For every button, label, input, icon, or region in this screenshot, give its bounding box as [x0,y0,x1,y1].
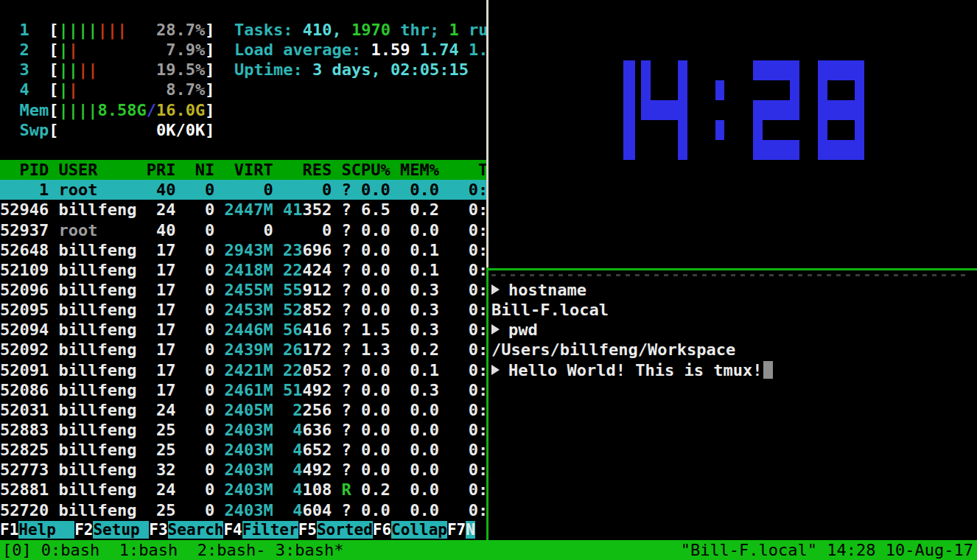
res-remainder: 172 [303,340,332,360]
column-header-virt[interactable]: VIRT [214,160,273,180]
process-row[interactable]: 1root40000?0.00.00: [0,180,489,200]
column-header-mem[interactable]: MEM% [391,160,439,180]
pane-border-vertical[interactable] [486,0,489,267]
table-cell: 0.1 [391,260,439,280]
meter-bar-green: || [58,60,78,79]
table-cell: 0.0 [391,420,439,440]
table-cell: billfeng [58,500,146,520]
info-segment: Uptime: [234,60,312,79]
prompt-arrow-icon [491,284,500,295]
fkey-item-f4[interactable]: F4Filter [223,520,298,540]
res-thousands: 4 [293,460,302,480]
table-cell: 0.0 [351,500,391,520]
res-remainder: 652 [303,440,332,460]
process-row[interactable]: 52086billfeng1702461M51492?0.00.30: [0,380,489,400]
process-row[interactable]: 52946billfeng2402447M41352?6.50.20: [0,200,489,220]
tmux-window-2:bash[interactable]: 2:bash- [197,541,266,559]
table-cell: 52094 [0,320,49,340]
pane-border-vertical-active[interactable] [486,267,489,540]
swap-value: 0K/0K [58,121,205,139]
table-cell: 0.0 [391,400,439,420]
column-header-pid[interactable]: PID [0,160,49,180]
fkey-number: F5 [298,521,317,539]
fkey-item-f6[interactable]: F6Collap [373,520,447,540]
table-cell: 25 [147,420,176,440]
table-cell: 0.0 [391,480,439,500]
shell-pane[interactable]: hostnameBill-F.localpwd/Users/billfeng/W… [491,280,974,380]
process-row[interactable]: 52648billfeng1702943M23696?0.00.10: [0,240,489,260]
table-cell: 0.2 [351,480,391,500]
column-header-pri[interactable]: PRI [147,160,176,180]
process-row[interactable]: 52031billfeng2402405M2256?0.00.00: [0,400,489,420]
tmux-window-0:bash[interactable]: 0:bash [41,541,110,559]
fkey-number: F4 [223,521,242,539]
table-cell: 24 [147,200,176,220]
table-cell: 0: [439,180,488,200]
process-row[interactable]: 52109billfeng1702418M22424?0.00.10: [0,260,489,280]
table-cell: ? [332,300,351,320]
column-header-cpu[interactable]: CPU% [351,160,391,180]
table-cell: 0: [439,300,488,320]
process-row[interactable]: 52091billfeng1702421M22052?0.00.10: [0,360,489,380]
tmux-window-1:bash[interactable]: 1:bash [119,541,188,559]
table-cell: 2403M [214,460,273,480]
info-segment: 1.74 [420,41,469,59]
table-cell: 52031 [0,400,49,420]
process-row[interactable]: 52881billfeng2402403M4108R0.20.00: [0,480,489,500]
column-header-s[interactable]: S [332,160,351,180]
column-header-ni[interactable]: NI [175,160,214,180]
table-cell: 0 [175,400,214,420]
meter-bracket: ] [205,101,214,119]
meter-label: 4 [0,80,49,99]
system-info: Tasks: 410, 1970 thr; 1 ruLoad average: … [234,20,488,80]
table-cell: 0.3 [391,300,439,320]
meter-bracket: [ [49,41,58,59]
column-header-t[interactable]: T [439,160,488,180]
fkey-item-f5[interactable]: F5Sorted [298,520,373,540]
clock-segment [678,80,687,100]
table-cell: 52852 [273,300,332,320]
res-thousands: 22 [283,360,303,380]
table-cell: 24 [147,480,176,500]
column-header-user[interactable]: USER [58,160,146,180]
table-cell: 52825 [0,440,49,460]
process-row[interactable]: 52825billfeng2502403M4652?0.00.00: [0,440,489,460]
table-cell: 0 [175,320,214,340]
meter-percent: 7.9% [78,41,205,59]
column-header-res[interactable]: RES [273,160,332,180]
fkey-item-f1[interactable]: F1Help [0,520,74,540]
function-key-bar: F1Help F2Setup F3SearchF4FilterF5SortedF… [0,520,489,540]
memory-slash: / [147,101,156,119]
fkey-item-f7[interactable]: F7N [447,520,475,540]
fkey-item-f3[interactable]: F3Search [149,520,223,540]
table-cell: 0: [439,420,488,440]
process-row[interactable]: 52096billfeng1702455M55912?0.00.30: [0,280,489,300]
fkey-item-f2[interactable]: F2Setup [74,520,149,540]
clock-segment [855,80,864,100]
table-cell: 0.3 [391,320,439,340]
process-row[interactable]: 52095billfeng1702453M52852?0.00.30: [0,300,489,320]
process-row[interactable]: 52720billfeng2502403M4604?0.00.00: [0,500,489,520]
process-row[interactable]: 52937root40000?0.00.00: [0,220,489,240]
table-cell: 0.0 [391,440,439,460]
tmux-status-right: "Bill-F.local" 14:28 10-Aug-17 [681,540,973,560]
table-cell: 0: [439,340,488,360]
table-cell: 0: [439,260,488,280]
fkey-number: F2 [74,521,93,539]
process-row[interactable]: 52883billfeng2502403M4636?0.00.00: [0,420,489,440]
process-row[interactable]: 52092billfeng1702439M26172?1.30.20: [0,340,489,360]
cpu-memory-meters: 1 [||||||| 28.7%] 2 [|| 7.9%] 3 [|||| 19… [0,20,214,140]
process-row[interactable]: 52773billfeng3202403M4492?0.00.00: [0,460,489,480]
table-cell: 17 [147,340,176,360]
meter-percent: 8.7% [78,80,205,99]
htop-pane: 1 [||||||| 28.7%] 2 [|| 7.9%] 3 [|||| 19… [0,0,489,540]
meter-bar-green: |||| [58,21,97,39]
pane-border-horizontal-active[interactable] [489,268,977,270]
table-cell: billfeng [58,400,146,420]
table-cell: 52881 [0,480,49,500]
tmux-window-3:bash[interactable]: 3:bash* [276,541,344,559]
res-thousands: 41 [283,200,303,220]
table-cell: 0 [175,200,214,220]
process-row[interactable]: 52094billfeng1702446M56416?1.50.30: [0,320,489,340]
meter-bracket: ] [205,41,214,59]
